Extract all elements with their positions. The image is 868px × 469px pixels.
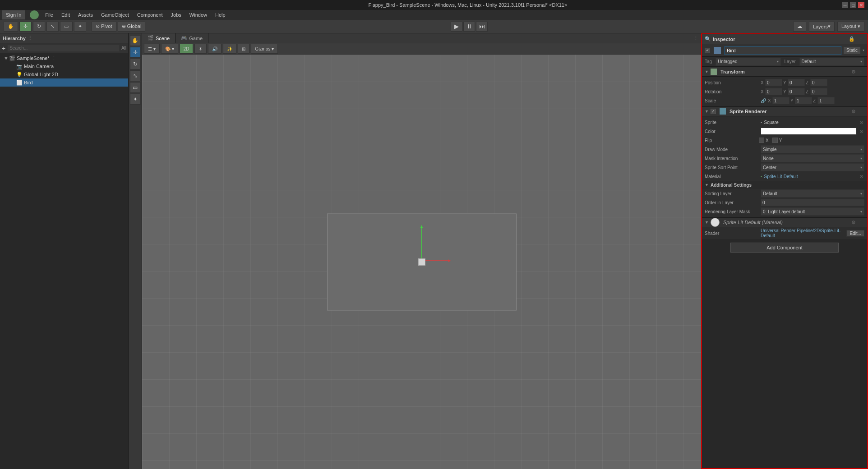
material-component-header[interactable]: ▼ Sprite-Lit-Default (Material) ⚙ ⋮ (702, 217, 867, 227)
scene-bird-object[interactable]: ▲ ► (418, 258, 425, 266)
menu-gameobject[interactable]: GameObject (97, 11, 133, 18)
color-picker[interactable] (761, 128, 857, 135)
scale-y-input[interactable] (795, 97, 812, 104)
hierarchy-search-input[interactable] (7, 45, 120, 52)
scale-z-input[interactable] (817, 97, 835, 104)
sorting-layer-dropdown[interactable]: Default ▾ (761, 189, 864, 198)
rendering-layer-dropdown[interactable]: 0: Light Layer default ▾ (761, 207, 864, 216)
scene-lighting-btn[interactable]: ☀ (194, 44, 207, 54)
scene-view[interactable]: ▲ ► (142, 55, 701, 469)
menu-help[interactable]: Help (212, 11, 229, 18)
tag-dropdown[interactable]: Untagged ▾ (716, 58, 780, 66)
hierarchy-menu-icon[interactable]: ⋮ (28, 35, 32, 41)
transform-scale-button[interactable]: ⤡ (46, 22, 59, 32)
transform-settings-icon[interactable]: ⚙ (851, 69, 856, 75)
transform-rotate-button[interactable]: ↻ (33, 22, 45, 32)
scene-grid-btn[interactable]: ⊞ (238, 44, 249, 54)
hierarchy-item-samplescene[interactable]: ▼ 🎬 SampleScene* ⋮ (0, 54, 128, 62)
inspector-lock-button[interactable]: 🔒 (848, 36, 856, 42)
sprite-renderer-more-button[interactable]: ⋮ (858, 109, 864, 115)
hierarchy-add-button[interactable]: + (2, 45, 5, 52)
material-link[interactable]: Sprite-Lit-Default (764, 174, 857, 179)
sprite-renderer-settings-icon[interactable]: ⚙ (851, 109, 856, 115)
inspector-more-button[interactable]: ⋮ (858, 36, 864, 42)
hierarchy-item-bird[interactable]: ▶ ⬜ Bird (0, 78, 128, 87)
rotation-z-input[interactable] (810, 88, 827, 95)
transform-hand-button[interactable]: ✋ (4, 22, 18, 32)
scene-audio-btn[interactable]: 🔊 (208, 44, 222, 54)
draw-mode-dropdown[interactable]: Simple ▾ (761, 145, 864, 153)
play-button[interactable]: ▶ (451, 22, 462, 32)
material-settings-icon[interactable]: ⚙ (851, 220, 856, 225)
tool-rect[interactable]: ▭ (130, 82, 141, 93)
order-in-layer-input[interactable] (761, 199, 864, 206)
hierarchy-item-global-light[interactable]: ▶ 💡 Global Light 2D (0, 70, 128, 78)
collab-button[interactable]: ☁ (793, 22, 806, 32)
minimize-button[interactable]: ─ (842, 2, 848, 8)
close-button[interactable]: ✕ (858, 2, 864, 8)
layout-button[interactable]: Layout ▾ (837, 22, 864, 32)
menu-jobs[interactable]: Jobs (167, 11, 185, 18)
pivot-button[interactable]: ⊙ Pivot (92, 22, 116, 32)
tool-rotate[interactable]: ↻ (130, 59, 141, 69)
sprite-sort-point-dropdown[interactable]: Center ▾ (761, 163, 864, 171)
position-y-input[interactable] (788, 79, 805, 86)
flip-y-box[interactable] (772, 138, 778, 143)
layers-button[interactable]: Layers ▾ (809, 22, 835, 32)
shader-edit-button[interactable]: Edit... (846, 230, 864, 237)
transform-component-header[interactable]: ▼ Transform ⚙ ⋮ (702, 67, 867, 77)
scene-view-btn[interactable]: 🎨 ▾ (161, 44, 178, 54)
transform-more-button[interactable]: ⋮ (858, 69, 864, 75)
transform-all-button[interactable]: ✦ (74, 22, 86, 32)
flip-y-checkbox[interactable]: Y (772, 138, 782, 143)
tool-scale[interactable]: ⤡ (130, 70, 141, 81)
hierarchy-item-main-camera[interactable]: ▶ 📷 Main Camera (0, 62, 128, 70)
menu-component[interactable]: Component (134, 11, 166, 18)
menu-edit[interactable]: Edit (58, 11, 74, 18)
tool-hand[interactable]: ✋ (130, 35, 141, 46)
inspector-object-header: ✓ Static ▾ (702, 44, 867, 57)
flip-x-box[interactable] (759, 138, 764, 143)
scale-x-input[interactable] (772, 97, 790, 104)
scene-2d-btn[interactable]: 2D (180, 44, 194, 54)
additional-settings-header[interactable]: ▼ Additional Settings (702, 181, 867, 189)
menu-window[interactable]: Window (186, 11, 211, 18)
scene-gizmos2-btn[interactable]: Gizmos ▾ (251, 44, 278, 54)
rotation-x-input[interactable] (765, 88, 782, 95)
tool-custom[interactable]: ✦ (130, 94, 141, 105)
mask-interaction-dropdown[interactable]: None ▾ (761, 154, 864, 162)
sprite-renderer-component-header[interactable]: ▼ ✓ Sprite Renderer ⚙ ⋮ (702, 106, 867, 116)
transform-rect-button[interactable]: ▭ (60, 22, 73, 32)
scene-more-icon[interactable]: ⋮ (693, 35, 698, 41)
static-button[interactable]: Static (843, 46, 861, 54)
sign-in-button[interactable]: Sign In (2, 10, 25, 20)
transform-move-button[interactable]: ✛ (19, 22, 32, 32)
step-button[interactable]: ⏭ (476, 22, 488, 32)
sprite-renderer-checkbox[interactable]: ✓ (711, 109, 716, 114)
color-select-button[interactable]: ⊙ (859, 129, 864, 134)
menu-file[interactable]: File (42, 11, 57, 18)
material-more-button[interactable]: ⋮ (858, 220, 864, 225)
object-name-input[interactable] (725, 46, 841, 55)
shader-value[interactable]: Universal Render Pipeline/2D/Sprite-Lit-… (761, 228, 845, 238)
position-z-input[interactable] (810, 79, 827, 86)
add-component-button[interactable]: Add Component (730, 243, 839, 253)
maximize-button[interactable]: □ (850, 2, 856, 8)
rotation-y-input[interactable] (788, 88, 805, 95)
static-dropdown-arrow[interactable]: ▾ (863, 48, 864, 52)
global-button[interactable]: ⊕ Global (118, 22, 146, 32)
position-x-input[interactable] (765, 79, 782, 86)
object-active-checkbox[interactable]: ✓ (705, 48, 710, 53)
scene-fx-btn[interactable]: ✨ (223, 44, 236, 54)
layer-dropdown[interactable]: Default ▾ (799, 58, 864, 66)
tool-move[interactable]: ✛ (130, 47, 141, 58)
pause-button[interactable]: ⏸ (463, 22, 475, 32)
scene-gizmos-btn[interactable]: ☰ ▾ (144, 44, 160, 54)
scene-context-icon[interactable]: ⋮ (51, 55, 56, 61)
game-tab[interactable]: 🎮 Game (175, 33, 208, 43)
sprite-select-button[interactable]: ⊙ (859, 120, 864, 125)
menu-assets[interactable]: Assets (74, 11, 97, 18)
material-select-button[interactable]: ⊙ (859, 174, 864, 179)
scene-tab[interactable]: 🎬 Scene (142, 33, 175, 43)
flip-x-checkbox[interactable]: X (759, 138, 769, 143)
